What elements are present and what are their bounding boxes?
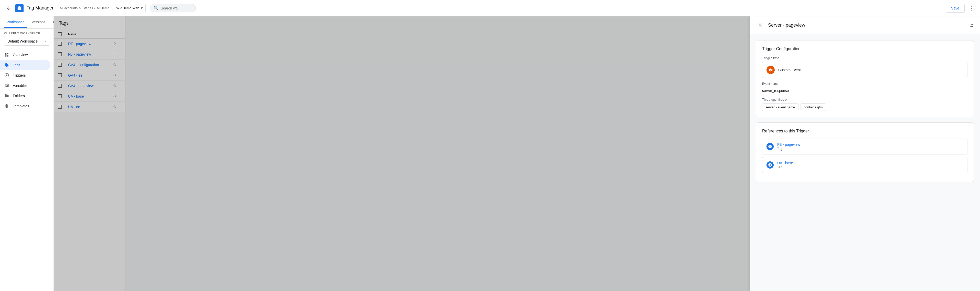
breadcrumb-sep: > <box>79 6 81 10</box>
trigger-config-card: Trigger Configuration Trigger Type Custo… <box>756 40 974 117</box>
sidebar-item-overview-label: Overview <box>13 53 28 57</box>
breadcrumb-all-accounts[interactable]: All accounts <box>60 6 78 10</box>
fires-on-label: This trigger fires on <box>762 98 967 101</box>
reference-item-fb-pageview[interactable]: FB - pageview Tag <box>762 139 967 155</box>
chevron-down-icon: ▾ <box>141 6 143 11</box>
tab-workspace[interactable]: Workspace <box>4 17 27 28</box>
search-icon: 🔍 <box>154 6 159 11</box>
sidebar-item-variables[interactable]: Variables <box>0 80 51 91</box>
detail-top-bar: ✕ Server - pageview 🗂 <box>749 16 980 34</box>
breadcrumb-account[interactable]: Stape GTM Demo <box>83 6 110 10</box>
top-header: Tag Manager All accounts > Stape GTM Dem… <box>0 0 980 16</box>
sidebar-item-folders-label: Folders <box>13 94 25 98</box>
event-name-section: Event name server_response <box>762 82 967 94</box>
workspace-section-label: CURRENT WORKSPACE <box>4 32 49 35</box>
sidebar-item-templates[interactable]: Templates <box>0 101 51 111</box>
sidebar-item-folders[interactable]: Folders <box>0 91 51 101</box>
app-logo <box>15 4 24 12</box>
fb-pageview-icon <box>767 143 774 150</box>
workspace-selector[interactable]: Default Workspace › <box>4 37 49 46</box>
reference-item-ua-base[interactable]: UA - base Tag <box>762 157 967 173</box>
content-area: Tags Name ↑ DT - pageview D FB - <box>54 16 980 291</box>
reference-info-fb: FB - pageview Tag <box>777 142 800 150</box>
references-card: References to this Trigger FB - pageview… <box>756 122 974 182</box>
workspace-section: CURRENT WORKSPACE Default Workspace › <box>0 29 54 48</box>
breadcrumb: All accounts > Stape GTM Demo <box>60 6 109 10</box>
trigger-type-selector[interactable]: Custom Event <box>762 62 967 78</box>
detail-content: ✕ Server - pageview 🗂 Trigger Configurat… <box>749 16 980 291</box>
sidebar-item-tags[interactable]: Tags <box>0 60 51 70</box>
nav-tabs: Workspace Versions Admin <box>0 16 54 29</box>
tab-versions[interactable]: Versions <box>29 17 48 28</box>
event-name-label: Event name <box>762 82 967 86</box>
close-icon: ✕ <box>758 22 763 28</box>
templates-icon <box>4 104 9 109</box>
detail-body: Trigger Configuration Trigger Type Custo… <box>749 34 980 291</box>
reference-type-fb: Tag <box>777 147 800 150</box>
app-title: Tag Manager <box>27 5 54 11</box>
search-input[interactable] <box>161 6 191 10</box>
fires-on-row: server - event name contains gtm <box>762 104 967 111</box>
overlay-background[interactable] <box>54 16 749 291</box>
trigger-type-name: Custom Event <box>778 68 801 72</box>
trigger-type-label: Trigger Type <box>762 56 967 60</box>
search-bar[interactable]: 🔍 <box>150 4 196 12</box>
custom-event-icon <box>767 66 775 74</box>
sidebar-item-triggers[interactable]: Triggers <box>0 70 51 80</box>
reference-name-fb: FB - pageview <box>777 142 800 147</box>
overview-icon <box>4 52 9 58</box>
fires-on-chip-2: contains gtm <box>800 104 826 111</box>
folders-icon <box>4 93 9 98</box>
folder-icon[interactable]: 🗂 <box>969 22 974 28</box>
more-options-button[interactable]: ⋮ <box>967 3 976 13</box>
sidebar-item-tags-label: Tags <box>13 63 21 67</box>
triggers-icon <box>4 73 9 78</box>
references-title: References to this Trigger <box>762 129 967 133</box>
nav-items: Overview Tags Triggers Variables <box>0 48 54 291</box>
container-selector[interactable]: WP Demo Web ▾ <box>114 4 146 12</box>
workspace-name: Default Workspace <box>8 39 38 43</box>
main-layout: Workspace Versions Admin CURRENT WORKSPA… <box>0 16 980 291</box>
fires-on-section: This trigger fires on server - event nam… <box>762 98 967 111</box>
sidebar-item-variables-label: Variables <box>13 83 27 88</box>
fires-on-chip-1: server - event name <box>762 104 799 111</box>
sidebar-item-templates-label: Templates <box>13 104 29 108</box>
reference-info-ua: UA - base Tag <box>777 161 793 169</box>
detail-title: Server - pageview <box>768 22 967 28</box>
reference-type-ua: Tag <box>777 165 793 169</box>
tags-icon <box>4 62 9 68</box>
event-name-value: server_response <box>762 88 967 94</box>
ua-base-icon <box>767 161 774 169</box>
sidebar-item-triggers-label: Triggers <box>13 73 26 77</box>
container-name: WP Demo Web <box>116 6 139 10</box>
variables-icon <box>4 83 9 88</box>
chevron-right-icon: › <box>45 39 46 43</box>
reference-name-ua: UA - base <box>777 161 793 165</box>
trigger-config-title: Trigger Configuration <box>762 46 967 51</box>
more-icon: ⋮ <box>969 5 974 11</box>
svg-point-1 <box>6 75 8 76</box>
sidebar: Workspace Versions Admin CURRENT WORKSPA… <box>0 16 54 291</box>
close-button[interactable]: ✕ <box>756 21 765 30</box>
sidebar-item-overview[interactable]: Overview <box>0 50 51 60</box>
back-button[interactable] <box>4 3 13 13</box>
detail-panel-overlay: ✕ Server - pageview 🗂 Trigger Configurat… <box>54 16 980 291</box>
save-button[interactable]: Save <box>946 4 965 13</box>
